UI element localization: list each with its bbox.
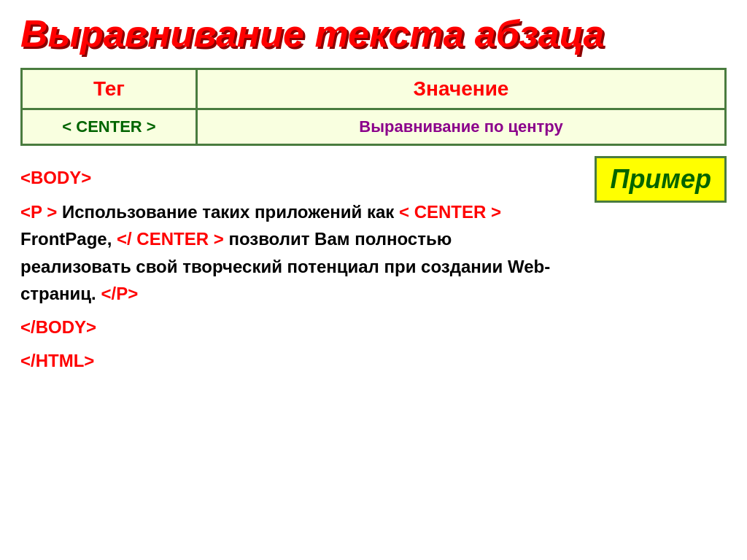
text-frontpage: FrontPage,	[20, 229, 117, 249]
html-close-tag: </HTML>	[20, 348, 727, 374]
table-data-row: < CENTER > Выравнивание по центру	[23, 110, 724, 144]
primer-badge: Пример	[595, 156, 727, 203]
content-area: Пример <BODY> <P > Использование таких п…	[20, 162, 727, 374]
paragraph-block: <P > Использование таких приложений как …	[20, 198, 727, 307]
body-close-tag-text: </BODY>	[20, 317, 96, 337]
body-open-tag-text: <BODY>	[20, 168, 91, 187]
table-row1-col2: Выравнивание по центру	[198, 110, 724, 144]
text-part2c: страниц.	[20, 284, 101, 303]
alignment-table: Тег Значение < CENTER > Выравнивание по …	[20, 68, 727, 146]
text-part2a: позволит Вам полностью	[224, 229, 452, 249]
body-close-tag: </BODY>	[20, 314, 727, 341]
center-open-tag: < CENTER >	[399, 202, 501, 222]
table-header-row: Тег Значение	[23, 70, 724, 110]
table-col1-header: Тег	[23, 70, 198, 108]
table-col2-header: Значение	[198, 70, 724, 108]
text-part2b: реализовать свой творческий потенциал пр…	[20, 257, 550, 276]
p-close-tag: </P>	[101, 284, 138, 303]
center-close-tag: </ CENTER >	[117, 229, 224, 249]
table-row1-col1: < CENTER >	[23, 110, 198, 144]
page-title: Выравнивание текста абзаца	[20, 13, 727, 55]
html-close-tag-text: </HTML>	[20, 351, 94, 370]
p-open-tag: <P >	[20, 202, 57, 222]
text-part1: Использование таких приложений как	[57, 202, 399, 222]
